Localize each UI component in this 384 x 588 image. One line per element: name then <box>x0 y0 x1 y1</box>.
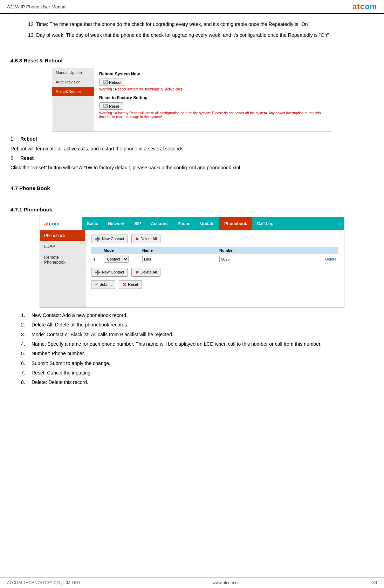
phonebook-list-item: 8.Delete: Delete this record. <box>11 378 373 386</box>
list-item-num: 5. <box>21 350 32 357</box>
list-item-text: Mode: Contact or Blacklist. All calls fr… <box>32 331 173 338</box>
sidebar-item-manual-update[interactable]: Manual Update <box>52 68 94 77</box>
nav-phone[interactable]: Phone <box>173 217 196 230</box>
new-contact-btn-top[interactable]: ➕ New Contact <box>91 235 128 243</box>
reboot-ui-screenshot: Manual Update Auto Provision Reset&Reboo… <box>52 68 332 131</box>
list-item-num: 4. <box>21 340 32 348</box>
sidebar-ldap[interactable]: LDAP <box>40 241 85 252</box>
top-btn-group: ➕ New Contact ✖ Delete All <box>91 235 338 243</box>
bottom-btn-group-1: ➕ New Contact ✖ Delete All <box>91 268 338 277</box>
number-input[interactable] <box>219 256 247 262</box>
section-phonebook-sub-heading: 4.7.1 Phonebook <box>11 207 373 212</box>
item2-num: 2. <box>11 154 20 162</box>
ui-main: ➕ New Contact ✖ Delete All Mode Name Num… <box>85 230 344 307</box>
section-reset-heading: 4.6.3 Reset & Reboot <box>11 58 373 63</box>
list-item-num: 7. <box>21 369 32 377</box>
list-item-text: Number: Phone number. <box>32 350 85 357</box>
section-phonebook-heading: 4.7 Phone Book <box>11 185 373 191</box>
item-12-text: Time: The time range that the phone do t… <box>36 21 309 27</box>
logo-text: atcom <box>352 2 377 11</box>
header-name: Name <box>142 248 219 252</box>
phonebook-list-item: 6.Submit: Submit to apply the change. <box>11 359 373 367</box>
phonebook-list-item: 4.Name: Specify a name for each phone nu… <box>11 340 373 348</box>
nav-basic[interactable]: Basic <box>82 217 103 230</box>
atcom-logo: atcom <box>352 2 377 11</box>
table-header: Mode Name Number <box>91 247 338 254</box>
nav-sip[interactable]: SIP <box>129 217 146 230</box>
delete-all-btn-bottom[interactable]: ✖ Delete All <box>131 268 160 277</box>
list-item-num: 3. <box>21 331 32 338</box>
list-item-text: Reset: Cancel the inputting. <box>32 369 92 377</box>
header-number: Number <box>219 248 272 252</box>
list-item-num: 1. <box>21 311 32 319</box>
phonebook-list: 1.New Contact: Add a new phonebook recor… <box>11 311 373 386</box>
name-input[interactable] <box>142 256 191 262</box>
item-13-text: Day of week: The day of week that the ph… <box>36 32 329 38</box>
reset-label: Reset <box>128 282 138 286</box>
footer-company: ATCOM TECHNOLOGY CO., LIMITED <box>7 580 80 585</box>
row-num: 1 <box>93 257 104 261</box>
reboot-button[interactable]: 🔄 Reboot <box>99 79 125 86</box>
reset-section-title: Reset to Factory Setting <box>99 95 327 100</box>
reset-btn[interactable]: ✖ Reset <box>119 280 142 289</box>
list-item-text: Name: Specify a name for each phone numb… <box>32 340 322 348</box>
reboot-sidebar: Manual Update Auto Provision Reset&Reboo… <box>52 68 94 131</box>
nav-bar: atcom Basic Network SIP Account Phone Up… <box>40 217 344 230</box>
submit-icon: ✔ <box>95 282 98 287</box>
delete-all-icon-bottom: ✖ <box>135 270 139 275</box>
phonebook-list-item: 2.Delete All: Delete all the phonebook r… <box>11 321 373 329</box>
reset-warning: Warning : A factory Reset will erase all… <box>99 111 327 119</box>
reset-icon: 🔄 <box>103 104 108 108</box>
delete-link[interactable]: Delete <box>272 257 336 261</box>
item1-num: 1. <box>11 135 20 143</box>
header-delete <box>272 248 336 252</box>
list-item-text: Delete: Delete this record. <box>32 378 88 386</box>
reboot-item-2: 2. Reset <box>11 154 373 162</box>
row-number <box>219 256 272 262</box>
reboot-warning: Warning : Reboot system will terminate a… <box>99 87 327 91</box>
mode-select[interactable]: Contact Blacklist <box>104 256 129 263</box>
sidebar-item-reset-reboot[interactable]: Reset&Reboot <box>52 87 94 96</box>
delete-all-btn-top[interactable]: ✖ Delete All <box>131 235 160 243</box>
nav-network[interactable]: Network <box>103 217 129 230</box>
reboot-icon: 🔄 <box>103 80 108 85</box>
nav-calllog[interactable]: Call Log <box>252 217 278 230</box>
footer-page: 39 <box>372 580 377 585</box>
phonebook-list-item: 1.New Contact: Add a new phonebook recor… <box>11 311 373 319</box>
nav-logo: atcom <box>40 217 82 230</box>
reset-button[interactable]: 🔄 Reset <box>99 102 123 110</box>
sidebar-remote-phonebook[interactable]: Remote Phonebook <box>40 252 85 268</box>
new-contact-label-top: New Contact <box>102 237 124 241</box>
delete-all-icon-top: ✖ <box>135 236 139 242</box>
submit-btn[interactable]: ✔ Submit <box>91 280 115 289</box>
reset-icon: ✖ <box>123 282 126 287</box>
delete-all-label-top: Delete All <box>140 237 157 241</box>
submit-label: Submit <box>100 282 111 286</box>
bottom-btn-group-2: ✔ Submit ✖ Reset <box>91 280 338 289</box>
page-footer: ATCOM TECHNOLOGY CO., LIMITED www.atcom.… <box>0 577 384 588</box>
reboot-main: Reboot System Now 🔄 Reboot Warning : Reb… <box>94 68 332 131</box>
item-12: 12. Time: The time range that the phone … <box>28 20 373 28</box>
footer-website: www.atcom.cn <box>213 580 240 585</box>
reboot-ui-body: Manual Update Auto Provision Reset&Reboo… <box>52 68 332 131</box>
reset-desc: Click the “Reset” button will set A21W t… <box>11 164 373 171</box>
sidebar-phonebook[interactable]: Phonebook <box>40 230 85 241</box>
reboot-desc: Reboot will terminate all active calls, … <box>11 145 373 153</box>
add-icon: ➕ <box>95 236 101 242</box>
list-item-num: 6. <box>21 359 32 367</box>
reboot-section: Reboot System Now 🔄 Reboot Warning : Reb… <box>99 72 327 91</box>
nav-phonebook[interactable]: Phonebook <box>219 217 252 230</box>
list-item-text: Submit: Submit to apply the change. <box>32 359 110 367</box>
item-13: 13. Day of week: The day of week that th… <box>28 31 373 39</box>
nav-update[interactable]: Update <box>195 217 219 230</box>
nav-account[interactable]: Account <box>146 217 173 230</box>
sidebar-item-auto-provision[interactable]: Auto Provision <box>52 77 94 87</box>
list-item-num: 2. <box>21 321 32 329</box>
table-row: 1 Contact Blacklist Delete <box>91 254 338 264</box>
header-mode: Mode <box>104 248 142 252</box>
nav-logo-text: atcom <box>44 221 60 227</box>
list-item-text: Delete All: Delete all the phonebook rec… <box>32 321 128 329</box>
item1-label: Reboot <box>20 135 373 143</box>
delete-all-label-bottom: Delete All <box>140 270 157 274</box>
new-contact-btn-bottom[interactable]: ➕ New Contact <box>91 268 128 277</box>
